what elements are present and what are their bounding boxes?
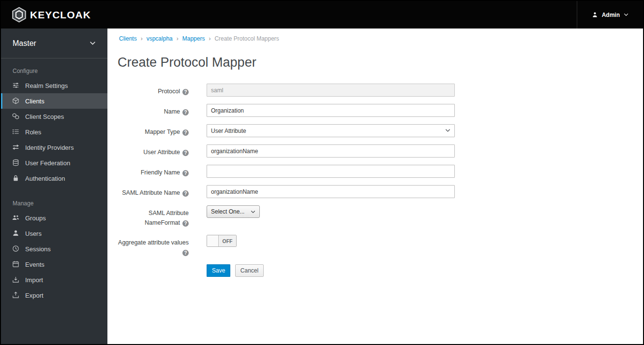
form-row-protocol: Protocol? xyxy=(107,84,643,97)
clock-icon xyxy=(12,245,20,253)
help-icon[interactable]: ? xyxy=(182,150,189,156)
sidebar-item-sessions[interactable]: Sessions xyxy=(1,241,107,257)
form-row-user-attribute: User Attribute? xyxy=(107,144,643,158)
mapper-type-select[interactable]: User Attribute xyxy=(207,124,455,137)
sidebar-item-identity-providers[interactable]: Identity Providers xyxy=(1,140,107,155)
nav-heading-manage: Manage xyxy=(1,191,107,210)
cancel-button[interactable]: Cancel xyxy=(235,264,264,277)
lock-icon xyxy=(12,174,20,182)
realm-selector[interactable]: Master xyxy=(1,29,107,58)
saml-attribute-name-label: SAML Attribute Name? xyxy=(117,185,189,198)
breadcrumb-current: Create Protocol Mappers xyxy=(205,35,279,42)
sidebar-item-label: Clients xyxy=(25,98,45,105)
breadcrumb-mappers[interactable]: Mappers xyxy=(173,35,205,42)
sidebar: Master Configure Realm Settings Clients … xyxy=(1,29,107,344)
import-icon xyxy=(12,276,20,284)
help-icon[interactable]: ? xyxy=(182,190,189,197)
sidebar-item-label: Events xyxy=(25,261,45,268)
cubes-icon xyxy=(12,113,20,120)
aggregate-attribute-values-label: Aggregate attribute values? xyxy=(117,235,189,257)
help-icon[interactable]: ? xyxy=(182,250,189,256)
sidebar-item-groups[interactable]: Groups xyxy=(1,210,107,226)
form-row-name: Name? xyxy=(107,104,643,117)
brand-text: KEYCLOAK xyxy=(30,9,91,21)
keycloak-logo-icon xyxy=(11,7,27,23)
list-icon xyxy=(12,128,20,136)
sidebar-item-label: Sessions xyxy=(25,245,51,253)
form-row-aggregate-attribute-values: Aggregate attribute values? OFF xyxy=(107,235,643,257)
form-row-buttons: Save Cancel xyxy=(107,264,643,277)
sidebar-item-user-federation[interactable]: User Federation xyxy=(1,155,107,171)
help-icon[interactable]: ? xyxy=(182,129,189,136)
sidebar-item-import[interactable]: Import xyxy=(1,272,107,288)
sidebar-item-events[interactable]: Events xyxy=(1,257,107,272)
protocol-label: Protocol? xyxy=(117,84,189,97)
sidebar-item-clients[interactable]: Clients xyxy=(1,93,107,109)
saml-attribute-nameformat-select[interactable]: Select One... xyxy=(207,205,260,218)
friendly-name-input[interactable] xyxy=(207,165,455,178)
sidebar-item-client-scopes[interactable]: Client Scopes xyxy=(1,109,107,124)
toggle-state-label: OFF xyxy=(219,235,236,246)
sidebar-item-label: Import xyxy=(25,276,43,284)
help-icon[interactable]: ? xyxy=(182,89,189,95)
sidebar-item-label: Realm Settings xyxy=(25,82,68,89)
help-icon[interactable]: ? xyxy=(182,170,189,176)
export-icon xyxy=(12,291,20,299)
toggle-handle xyxy=(207,235,219,246)
friendly-name-label: Friendly Name? xyxy=(117,165,189,178)
mapper-type-label: Mapper Type? xyxy=(117,124,189,137)
save-button[interactable]: Save xyxy=(207,264,230,277)
sidebar-item-users[interactable]: Users xyxy=(1,226,107,241)
name-input[interactable] xyxy=(207,104,455,117)
sliders-icon xyxy=(12,82,20,89)
nav-heading-configure: Configure xyxy=(1,58,107,78)
sidebar-item-label: Roles xyxy=(25,129,41,136)
nav-section-configure: Configure Realm Settings Clients Client … xyxy=(1,58,107,186)
sidebar-item-label: Export xyxy=(25,292,44,299)
sidebar-item-authentication[interactable]: Authentication xyxy=(1,171,107,186)
breadcrumb-clients[interactable]: Clients xyxy=(119,35,137,42)
saml-attribute-name-input[interactable] xyxy=(207,185,455,198)
create-mapper-form: Protocol? Name? Mapper Type? User Attrib… xyxy=(107,84,643,277)
name-label: Name? xyxy=(117,104,189,117)
user-menu-label: Admin xyxy=(602,12,620,18)
keycloak-logo[interactable]: KEYCLOAK xyxy=(1,7,91,23)
realm-name: Master xyxy=(13,39,36,48)
user-icon xyxy=(12,230,20,237)
form-row-mapper-type: Mapper Type? User Attribute xyxy=(107,124,643,137)
sidebar-item-export[interactable]: Export xyxy=(1,288,107,303)
sidebar-item-label: Identity Providers xyxy=(25,144,74,151)
chevron-down-icon xyxy=(624,13,629,16)
keycloak-admin-console: { "topbar": { "brand": "KEYCLOAK", "user… xyxy=(0,0,644,345)
database-icon xyxy=(12,159,20,167)
form-row-saml-attribute-nameformat: SAML Attribute NameFormat? Select One... xyxy=(107,205,643,228)
page-title: Create Protocol Mapper xyxy=(118,55,643,70)
breadcrumb: Clients vspcalpha Mappers Create Protoco… xyxy=(107,29,643,42)
exchange-icon xyxy=(12,144,20,151)
form-row-saml-attribute-name: SAML Attribute Name? xyxy=(107,185,643,198)
sidebar-item-label: Groups xyxy=(25,215,46,222)
chevron-down-icon xyxy=(90,41,96,45)
saml-attribute-nameformat-label: SAML Attribute NameFormat? xyxy=(117,205,189,228)
aggregate-attribute-values-toggle[interactable]: OFF xyxy=(207,235,237,247)
calendar-icon xyxy=(12,260,20,268)
user-attribute-input[interactable] xyxy=(207,144,455,158)
user-attribute-label: User Attribute? xyxy=(117,144,189,158)
user-menu[interactable]: Admin xyxy=(577,1,643,29)
sidebar-item-roles[interactable]: Roles xyxy=(1,124,107,140)
sidebar-item-realm-settings[interactable]: Realm Settings xyxy=(1,78,107,93)
help-icon[interactable]: ? xyxy=(182,109,189,115)
breadcrumb-client-name[interactable]: vspcalpha xyxy=(137,35,173,42)
sidebar-item-label: Users xyxy=(25,230,42,237)
groups-icon xyxy=(12,214,20,222)
sidebar-item-label: Authentication xyxy=(25,175,65,182)
buttons-spacer xyxy=(117,264,189,277)
user-icon xyxy=(592,12,598,18)
cube-icon xyxy=(12,97,20,105)
form-row-friendly-name: Friendly Name? xyxy=(107,165,643,178)
topbar: KEYCLOAK Admin xyxy=(1,1,643,29)
main-content: Clients vspcalpha Mappers Create Protoco… xyxy=(107,29,643,344)
sidebar-item-label: Client Scopes xyxy=(25,113,64,120)
nav-section-manage: Manage Groups Users Sessions Events xyxy=(1,191,107,303)
help-icon[interactable]: ? xyxy=(182,220,189,227)
